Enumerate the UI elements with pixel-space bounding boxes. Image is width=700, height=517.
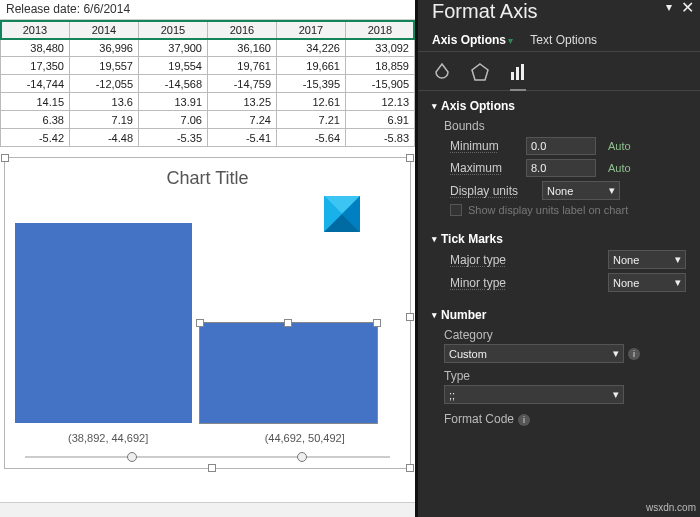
cell[interactable]: -5.83: [346, 129, 415, 147]
show-units-checkbox-row[interactable]: Show display units label on chart: [450, 204, 686, 216]
cell[interactable]: -14,568: [139, 75, 208, 93]
cell[interactable]: 38,480: [1, 39, 70, 57]
cell[interactable]: 19,557: [70, 57, 139, 75]
cell[interactable]: 7.24: [208, 111, 277, 129]
dropdown-icon[interactable]: ▾: [666, 0, 672, 14]
info-icon[interactable]: i: [628, 348, 640, 360]
table-row[interactable]: -5.42-4.48-5.35-5.41-5.64-5.83: [1, 129, 415, 147]
cell[interactable]: -14,759: [208, 75, 277, 93]
cell[interactable]: 19,554: [139, 57, 208, 75]
cell[interactable]: 7.21: [277, 111, 346, 129]
maximum-auto-button[interactable]: Auto: [608, 162, 631, 174]
pane-tabs: Axis Options▾ Text Options: [418, 29, 700, 52]
bar-1[interactable]: [15, 223, 192, 423]
column-header[interactable]: 2013: [1, 21, 70, 39]
table-row[interactable]: 14.1513.613.9113.2512.6112.13: [1, 93, 415, 111]
cell[interactable]: 18,859: [346, 57, 415, 75]
chart-object[interactable]: Chart Title + (38,892, 44,692] (44,692, …: [4, 157, 411, 469]
minor-type-label: Minor type: [450, 276, 520, 290]
cell[interactable]: 34,226: [277, 39, 346, 57]
major-type-select[interactable]: None▾: [608, 250, 686, 269]
maximum-label: Maximum: [450, 161, 520, 175]
cell[interactable]: 13.91: [139, 93, 208, 111]
cell[interactable]: 7.19: [70, 111, 139, 129]
bin-slider-track[interactable]: [25, 456, 390, 458]
data-grid[interactable]: 201320142015201620172018 38,48036,99637,…: [0, 20, 415, 147]
display-units-select[interactable]: None▾: [542, 181, 620, 200]
section-tick-marks-header[interactable]: Tick Marks: [432, 232, 686, 246]
bounds-label: Bounds: [444, 119, 686, 133]
tab-axis-options[interactable]: Axis Options▾: [432, 33, 513, 47]
section-axis-options: Axis Options Bounds Minimum Auto Maximum…: [418, 91, 700, 224]
type-label: Type: [444, 369, 686, 383]
cell[interactable]: 19,661: [277, 57, 346, 75]
close-icon[interactable]: ✕: [681, 0, 694, 17]
cell[interactable]: 36,996: [70, 39, 139, 57]
bar-2-selection: [200, 323, 377, 423]
cell[interactable]: 6.38: [1, 111, 70, 129]
cell[interactable]: -4.48: [70, 129, 139, 147]
cell[interactable]: 33,092: [346, 39, 415, 57]
horizontal-scrollbar[interactable]: [0, 502, 415, 517]
cell[interactable]: 13.25: [208, 93, 277, 111]
cell[interactable]: 13.6: [70, 93, 139, 111]
table-row[interactable]: 6.387.197.067.247.216.91: [1, 111, 415, 129]
cell[interactable]: 37,900: [139, 39, 208, 57]
column-header[interactable]: 2015: [139, 21, 208, 39]
cell[interactable]: 19,761: [208, 57, 277, 75]
svg-marker-1: [472, 64, 488, 80]
effects-icon[interactable]: [470, 62, 490, 82]
major-type-label: Major type: [450, 253, 520, 267]
plot-area[interactable]: [15, 223, 400, 423]
minimum-auto-button[interactable]: Auto: [608, 140, 631, 152]
cell[interactable]: 12.61: [277, 93, 346, 111]
section-number-header[interactable]: Number: [432, 308, 686, 322]
svg-rect-2: [511, 72, 514, 80]
column-header[interactable]: 2017: [277, 21, 346, 39]
bin-slider-knob-2[interactable]: [297, 452, 307, 462]
cell[interactable]: -5.41: [208, 129, 277, 147]
resize-handle[interactable]: [1, 154, 9, 162]
section-axis-options-header[interactable]: Axis Options: [432, 99, 686, 113]
cell[interactable]: 12.13: [346, 93, 415, 111]
checkbox-icon[interactable]: [450, 204, 462, 216]
fill-line-icon[interactable]: [432, 62, 452, 82]
cell[interactable]: 7.06: [139, 111, 208, 129]
type-select[interactable]: ;;▾: [444, 385, 624, 404]
formula-bar[interactable]: Release date: 6/6/2014: [0, 0, 415, 20]
cell[interactable]: -15,395: [277, 75, 346, 93]
tab-text-options[interactable]: Text Options: [530, 33, 597, 47]
maximum-input[interactable]: [526, 159, 596, 177]
cell[interactable]: -15,905: [346, 75, 415, 93]
cell[interactable]: -5.35: [139, 129, 208, 147]
resize-handle[interactable]: [208, 464, 216, 472]
resize-handle[interactable]: [406, 154, 414, 162]
category-select[interactable]: Custom▾: [444, 344, 624, 363]
table-row[interactable]: 38,48036,99637,90036,16034,22633,092: [1, 39, 415, 57]
column-header[interactable]: 2014: [70, 21, 139, 39]
cell[interactable]: -5.42: [1, 129, 70, 147]
pane-title: Format Axis: [418, 0, 700, 29]
chart-title[interactable]: Chart Title: [5, 158, 410, 189]
section-tick-marks: Tick Marks Major type None▾ Minor type N…: [418, 224, 700, 300]
column-header[interactable]: 2016: [208, 21, 277, 39]
worksheet-area: Release date: 6/6/2014 20132014201520162…: [0, 0, 415, 517]
minimum-input[interactable]: [526, 137, 596, 155]
cell[interactable]: -12,055: [70, 75, 139, 93]
resize-handle[interactable]: [406, 313, 414, 321]
cell[interactable]: 6.91: [346, 111, 415, 129]
bin-slider-knob-1[interactable]: [127, 452, 137, 462]
table-row[interactable]: 17,35019,55719,55419,76119,66118,859: [1, 57, 415, 75]
column-header[interactable]: 2018: [346, 21, 415, 39]
info-icon[interactable]: i: [518, 414, 530, 426]
cell[interactable]: 36,160: [208, 39, 277, 57]
resize-handle[interactable]: [406, 464, 414, 472]
table-row[interactable]: -14,744-12,055-14,568-14,759-15,395-15,9…: [1, 75, 415, 93]
cell[interactable]: -5.64: [277, 129, 346, 147]
cell[interactable]: 14.15: [1, 93, 70, 111]
watermark: wsxdn.com: [646, 502, 696, 513]
minor-type-select[interactable]: None▾: [608, 273, 686, 292]
cell[interactable]: 17,350: [1, 57, 70, 75]
axis-options-icon[interactable]: [508, 62, 528, 82]
cell[interactable]: -14,744: [1, 75, 70, 93]
